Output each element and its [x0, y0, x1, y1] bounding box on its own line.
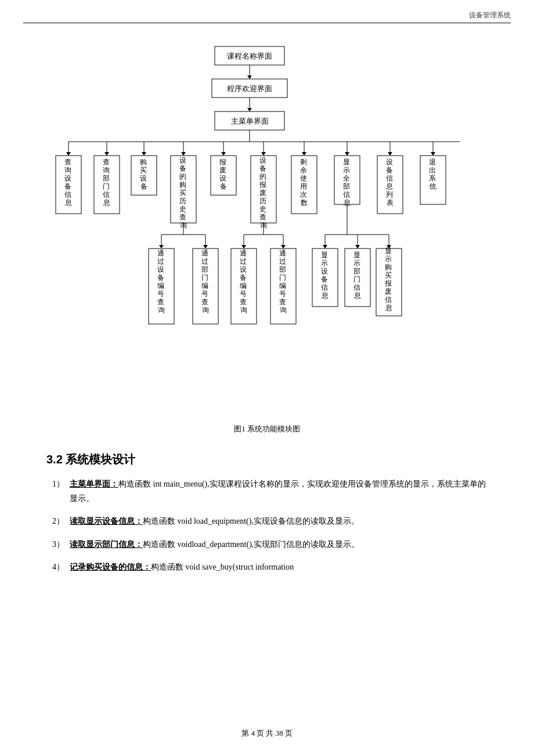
svg-marker-65: [241, 245, 246, 249]
svg-marker-25: [181, 152, 186, 156]
svg-text:显
      示
      设
      备
    : 显 示 设 备 信 息: [321, 251, 330, 300]
svg-text:查
      询
      部
      门
    : 查 询 部 门 信 息: [103, 158, 111, 207]
svg-text:课程名称界面: 课程名称界面: [227, 52, 272, 60]
svg-marker-37: [302, 152, 306, 156]
content-list: 1） 主菜单界面：构造函数 int main_menu(),实现课程设计名称的显…: [46, 477, 488, 574]
svg-marker-49: [431, 152, 435, 156]
svg-marker-3: [247, 75, 252, 79]
svg-text:程序欢迎界面: 程序欢迎界面: [227, 84, 272, 93]
svg-text:退
      出
      系
      统: 退 出 系 统: [429, 158, 438, 190]
svg-text:购
      买
      设
      备: 购 买 设 备: [140, 158, 149, 190]
svg-text:剩
      余
      使
      用
    : 剩 余 使 用 次 数: [300, 158, 309, 207]
svg-text:通
      过
      部
      门
    : 通 过 部 门 编 号 查 询: [279, 249, 288, 314]
svg-text:通
      过
      设
      备
    : 通 过 设 备 编 号 查 询: [157, 249, 166, 314]
svg-marker-29: [221, 152, 226, 156]
flowchart: 课程名称界面 程序欢迎界面 主菜单界面 查 询 设 备 信 息: [46, 41, 488, 412]
svg-marker-75: [323, 245, 327, 249]
svg-marker-59: [203, 245, 208, 249]
page-header: 设备管理系统: [23, 10, 511, 23]
header-title: 设备管理系统: [469, 11, 511, 19]
svg-text:设
      备
      的
      购
    : 设 备 的 购 买 历 史 查 询: [179, 156, 188, 229]
svg-text:设
      备
      信
      息
    : 设 备 信 息 列 表: [385, 158, 395, 207]
svg-marker-13: [66, 152, 71, 156]
svg-marker-21: [142, 152, 146, 156]
section-heading: 3.2 系统模块设计: [46, 452, 488, 467]
svg-text:报
      废
      设
      备: 报 废 设 备: [219, 158, 228, 190]
svg-marker-33: [261, 152, 266, 156]
figure-caption: 图1 系统功能模块图: [46, 424, 488, 434]
svg-marker-79: [355, 245, 360, 249]
svg-text:通
      过
      部
      门
    : 通 过 部 门 编 号 查 询: [201, 249, 210, 314]
svg-marker-7: [247, 108, 252, 111]
svg-text:通
      过
      设
      备
    : 通 过 设 备 编 号 查 询: [240, 249, 248, 314]
list-item: 4） 记录购买设备的信息：构造函数 void save_buy(struct i…: [52, 560, 488, 574]
list-item: 2） 读取显示设备信息：构造函数 void load_equipment(),实…: [52, 514, 488, 528]
svg-text:显
      示
      全
      部
    : 显 示 全 部 信 息: [343, 158, 352, 207]
page-content: 课程名称界面 程序欢迎界面 主菜单界面 查 询 设 备 信 息: [0, 12, 534, 617]
svg-text:设
      备
      的
      报
    : 设 备 的 报 废 历 史 查 询: [259, 156, 268, 229]
svg-text:显
      示
      部
      门
    : 显 示 部 门 信 息: [353, 251, 362, 300]
svg-marker-69: [281, 245, 286, 249]
svg-marker-55: [159, 245, 164, 249]
list-item: 3） 读取显示部门信息：构造函数 voidload_department(),实…: [52, 537, 488, 552]
list-item: 1） 主菜单界面：构造函数 int main_menu(),实现课程设计名称的显…: [52, 477, 488, 506]
svg-marker-41: [345, 152, 349, 156]
svg-text:显
      示
      购
      买
    : 显 示 购 买 报 废 信 息: [384, 247, 394, 312]
svg-text:查
      询
      设
      备
    : 查 询 设 备 信 息: [64, 158, 73, 207]
svg-marker-45: [388, 152, 392, 156]
svg-text:主菜单界面: 主菜单界面: [231, 117, 269, 125]
svg-marker-17: [104, 152, 109, 156]
page-footer: 第 4 页 共 38 页: [0, 728, 534, 739]
